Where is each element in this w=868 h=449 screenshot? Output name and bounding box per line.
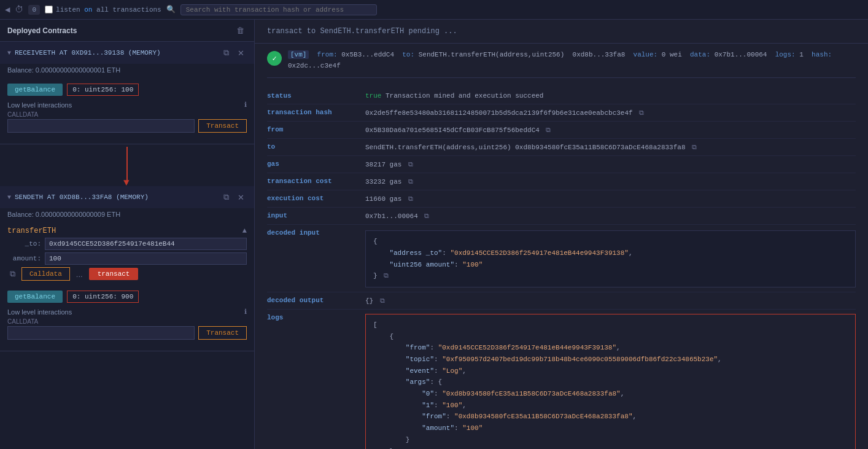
param-amount-input[interactable]: [45, 252, 247, 265]
collapse-icon[interactable]: ▼: [7, 50, 11, 57]
contract-receiveeth-header: ▼ RECEIVEETH AT 0XD91...39138 (MEMORY) ⧉…: [0, 42, 254, 64]
copy-input-button[interactable]: ⧉: [424, 212, 429, 220]
main-content: Deployed Contracts 🗑 ▼ RECEIVEETH AT 0XD…: [0, 20, 868, 449]
data-val: 0x7b1...00064: [715, 51, 767, 58]
top-bar: ◀ ⏱ 0 listen on all transactions 🔍: [0, 0, 868, 20]
copy-txcost-button[interactable]: ⧉: [408, 178, 413, 185]
param-to-input[interactable]: [45, 238, 247, 250]
panel-header: Deployed Contracts 🗑: [0, 20, 254, 42]
field-val-input: 0x7b1...00064 ⧉: [365, 208, 856, 225]
close-contract-sendeth-button[interactable]: ✕: [235, 191, 247, 203]
field-key-txcost: transaction cost: [267, 173, 365, 190]
table-row: transaction hash 0x2de5ffe8e53480ab31681…: [267, 104, 856, 122]
table-row: status true Transaction mined and execut…: [267, 88, 856, 104]
transact-sendeth-button[interactable]: transact: [89, 268, 139, 280]
delete-contracts-button[interactable]: 🗑: [234, 25, 247, 36]
contract-sendeth-name: SENDETH AT 0XD8B...33FA8 (MEMORY): [15, 193, 217, 201]
hash-key: hash:: [812, 51, 832, 58]
to-key: to:: [402, 51, 414, 58]
field-val-to: SendETH.transferETH(address,uint256) 0xd…: [365, 139, 856, 156]
from-val: 0x5B3...eddC4: [341, 51, 394, 58]
search-input[interactable]: [186, 6, 371, 14]
table-row: input 0x7b1...00064 ⧉: [267, 208, 856, 225]
contract-sendeth-actions: ⧉ ✕: [221, 191, 247, 203]
copy-decoded-output-button[interactable]: ⧉: [380, 297, 385, 305]
getbalance-sendeth-result: 0: uint256: 900: [67, 291, 139, 303]
copy-decoded-input-button[interactable]: ⧉: [384, 271, 389, 279]
getbalance-receiveeth-button[interactable]: getBalance: [7, 84, 63, 96]
calldata-input-receiveeth[interactable]: [7, 119, 195, 133]
param-amount-label: amount:: [7, 255, 41, 262]
field-key-status: status: [267, 88, 365, 104]
listen-label: listen on all transactions: [56, 6, 161, 14]
field-val-from: 0x5B38Da6a701e5685I45dCfcB03FcB875f56bed…: [365, 122, 856, 139]
copy-contract-receiveeth-button[interactable]: ⧉: [221, 47, 231, 59]
contract-sendeth-header: ▼ SENDETH AT 0XD8B...33FA8 (MEMORY) ⧉ ✕: [0, 186, 254, 208]
field-key-decoded-input: decoded input: [267, 225, 365, 292]
listen-checkbox[interactable]: [45, 6, 53, 14]
calldata-icon-btn[interactable]: ⧉: [7, 268, 18, 280]
listen-all-toggle[interactable]: listen on all transactions: [45, 6, 161, 14]
contract-sendeth-body: transferETH ▲ _to: amount: ⧉ Calldata ..…: [0, 221, 254, 346]
addr-val: 0xd8b...33fa8: [573, 51, 626, 58]
field-key-input: input: [267, 208, 365, 225]
tx-table: status true Transaction mined and execut…: [267, 88, 856, 449]
collapse-function-icon[interactable]: ▲: [242, 227, 247, 235]
pending-message: transact to SendETH.transferETH pending …: [255, 20, 868, 44]
field-val-status: true Transaction mined and execution suc…: [365, 88, 856, 104]
field-val-execcost: 11660 gas ⧉: [365, 190, 856, 208]
close-contract-receiveeth-button[interactable]: ✕: [235, 47, 247, 59]
copy-txhash-button[interactable]: ⧉: [639, 109, 644, 117]
calldata-input-sendeth[interactable]: [7, 326, 195, 340]
data-key: data:: [690, 51, 710, 58]
field-key-txhash: transaction hash: [267, 104, 365, 122]
copy-contract-sendeth-button[interactable]: ⧉: [221, 191, 231, 203]
tx-block: ✓ [vm] from: 0x5B3...eddC4 to: SendETH.t…: [255, 44, 868, 449]
transact-sendeth-low-button[interactable]: Transact: [198, 326, 247, 340]
balance-sendeth: Balance: 0.00000000000000009 ETH: [0, 208, 254, 221]
calldata-sendeth-button[interactable]: Calldata: [21, 267, 70, 281]
copy-from-button[interactable]: ⧉: [546, 126, 551, 134]
more-sendeth-button[interactable]: ...: [74, 268, 85, 280]
logs-val: 1: [799, 51, 804, 58]
table-row: transaction cost 33232 gas ⧉: [267, 173, 856, 190]
balance-receiveeth: Balance: 0.00000000000000001 ETH: [0, 64, 254, 76]
function-name-sendeth: transferETH: [7, 227, 56, 235]
field-key-decoded-output: decoded output: [267, 292, 365, 309]
contract-receiveeth-name: RECEIVEETH AT 0XD91...39138 (MEMORY): [15, 49, 217, 57]
arrow-indicator: ▼: [0, 144, 254, 186]
arrow-left-icon[interactable]: ◀: [5, 4, 10, 15]
decoded-input-block: { "address _to": "0xd9145CCE52D386f25491…: [365, 230, 856, 287]
calldata-input-row-sendeth: Transact: [7, 326, 247, 340]
field-val-txhash: 0x2de5ffe8e53480ab31681124850071b5d5dca2…: [365, 104, 856, 122]
sendeth-lower: getBalance 0: uint256: 900: [7, 287, 247, 303]
table-row: from 0x5B38Da6a701e5685I45dCfcB03FcB875f…: [267, 122, 856, 139]
collapse-icon-sendeth[interactable]: ▼: [7, 194, 11, 201]
clock-icon[interactable]: ⏱: [15, 5, 23, 15]
field-val-decoded-output: {} ⧉: [365, 292, 856, 309]
getbalance-sendeth-button[interactable]: getBalance: [7, 291, 63, 303]
getbalance-receiveeth-result: 0: uint256: 100: [67, 84, 139, 96]
copy-execcost-button[interactable]: ⧉: [408, 195, 413, 203]
param-to-label: _to:: [7, 240, 41, 248]
transact-receiveeth-button[interactable]: Transact: [198, 119, 247, 133]
search-icon: 🔍: [166, 5, 176, 14]
param-to-row: _to:: [7, 238, 247, 250]
to-val: SendETH.transferETH(address,uint256): [419, 51, 565, 58]
copy-to-button[interactable]: ⧉: [692, 143, 697, 151]
copy-gas-button[interactable]: ⧉: [408, 160, 413, 168]
field-key-gas: gas: [267, 156, 365, 173]
panel-title: Deployed Contracts: [7, 26, 77, 35]
success-icon: ✓: [267, 51, 282, 66]
left-panel: Deployed Contracts 🗑 ▼ RECEIVEETH AT 0XD…: [0, 20, 255, 449]
search-bar: [180, 4, 377, 15]
table-row: logs [ { "from": "0xd9145CCE52D386f25491…: [267, 309, 856, 449]
info-icon: ℹ: [244, 101, 247, 109]
field-val-decoded-input: { "address _to": "0xd9145CCE52D386f25491…: [365, 225, 856, 292]
counter-badge: 0: [28, 5, 40, 15]
low-level-receiveeth-title: Low level interactions ℹ: [7, 101, 247, 109]
low-level-label: Low level interactions: [7, 101, 72, 109]
tx-summary: ✓ [vm] from: 0x5B3...eddC4 to: SendETH.t…: [267, 50, 856, 78]
hash-val: 0x2dc...c3e4f: [288, 62, 341, 69]
field-key-logs: logs: [267, 309, 365, 449]
